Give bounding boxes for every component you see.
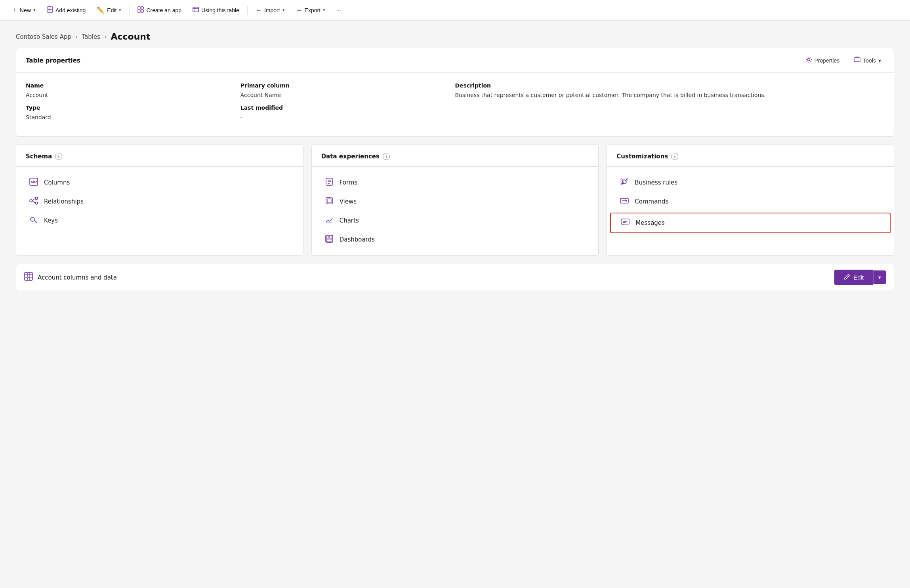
data-experiences-header: Data experiences i bbox=[312, 145, 599, 160]
breadcrumb-tables[interactable]: Tables bbox=[82, 33, 100, 40]
relationships-label: Relationships bbox=[44, 198, 84, 205]
data-item-views[interactable]: Views bbox=[315, 192, 595, 211]
breadcrumb-area: Contoso Sales App › Tables › Account bbox=[0, 21, 910, 48]
svg-point-22 bbox=[621, 179, 622, 180]
main-content: Table properties Properties bbox=[0, 48, 910, 307]
charts-label: Charts bbox=[340, 217, 359, 224]
toolbar: ＋ New ▾ Add existing ✏️ Edit ▾ Create an… bbox=[0, 0, 910, 21]
svg-rect-19 bbox=[330, 236, 332, 238]
customizations-header: Customizations i bbox=[607, 145, 894, 160]
table-data-title: Account columns and data bbox=[38, 274, 117, 281]
new-chevron: ▾ bbox=[33, 8, 36, 13]
bottom-bar-left: Account columns and data bbox=[24, 272, 117, 283]
table-data-icon bbox=[24, 272, 33, 283]
import-icon: ← bbox=[256, 7, 262, 14]
svg-rect-20 bbox=[326, 239, 332, 242]
breadcrumb-sep-2: › bbox=[104, 33, 107, 40]
type-value: Standard bbox=[26, 114, 240, 120]
svg-point-24 bbox=[621, 183, 622, 185]
prop-col-name-type: Name Account Type Standard bbox=[26, 82, 240, 127]
description-label: Description bbox=[455, 82, 885, 89]
import-button[interactable]: ← Import ▾ bbox=[251, 4, 290, 16]
properties-gear-icon bbox=[805, 56, 812, 65]
schema-title: Schema bbox=[26, 153, 52, 160]
more-label: ··· bbox=[336, 7, 341, 13]
schema-divider bbox=[16, 166, 303, 167]
svg-point-12 bbox=[35, 202, 38, 204]
schema-item-keys[interactable]: Keys bbox=[19, 211, 300, 230]
svg-rect-7 bbox=[854, 58, 860, 62]
export-label: Export bbox=[305, 7, 321, 13]
data-experiences-items: Forms Views bbox=[312, 170, 599, 255]
schema-item-relationships[interactable]: Relationships bbox=[19, 192, 300, 211]
create-app-button[interactable]: Create an app bbox=[133, 4, 186, 17]
bottom-bar: Account columns and data Edit ▾ bbox=[16, 264, 894, 291]
add-existing-button[interactable]: Add existing bbox=[42, 4, 90, 17]
primary-col-label: Primary column bbox=[240, 82, 455, 89]
custom-item-commands[interactable]: Commands bbox=[610, 192, 891, 211]
new-label: New bbox=[20, 7, 31, 13]
data-experiences-divider bbox=[312, 166, 599, 167]
breadcrumb-sep-1: › bbox=[75, 33, 78, 40]
data-experiences-info-icon: i bbox=[383, 153, 390, 160]
more-button[interactable]: ··· bbox=[332, 5, 346, 16]
customizations-title: Customizations bbox=[616, 153, 668, 160]
schema-card: Schema i Abc Columns bbox=[16, 145, 303, 256]
svg-rect-18 bbox=[326, 236, 329, 238]
business-rules-icon bbox=[620, 178, 629, 187]
edit-button-group: Edit ▾ bbox=[834, 270, 886, 285]
svg-rect-5 bbox=[193, 7, 198, 12]
tools-button[interactable]: Tools ▾ bbox=[851, 55, 884, 66]
svg-rect-1 bbox=[138, 7, 140, 9]
data-item-charts[interactable]: Charts bbox=[315, 211, 595, 230]
edit-data-button[interactable]: Edit bbox=[834, 270, 873, 285]
data-item-forms[interactable]: Forms bbox=[315, 173, 595, 192]
table-properties-title: Table properties bbox=[26, 57, 80, 64]
schema-item-columns[interactable]: Abc Columns bbox=[19, 173, 300, 192]
edit-data-label: Edit bbox=[853, 274, 864, 281]
add-existing-label: Add existing bbox=[55, 7, 86, 13]
edit-data-dropdown[interactable]: ▾ bbox=[873, 270, 886, 284]
commands-label: Commands bbox=[635, 198, 668, 205]
schema-items: Abc Columns Relationships bbox=[16, 170, 303, 236]
new-button[interactable]: ＋ New ▾ bbox=[6, 4, 40, 17]
customizations-items: Business rules Commands bbox=[607, 170, 894, 241]
relationships-icon bbox=[29, 197, 38, 206]
properties-grid: Name Account Type Standard Primary colum… bbox=[16, 73, 894, 136]
breadcrumb: Contoso Sales App › Tables › Account bbox=[16, 32, 894, 42]
svg-point-10 bbox=[30, 200, 32, 202]
breadcrumb-current: Account bbox=[111, 32, 150, 42]
custom-item-messages[interactable]: Messages bbox=[610, 213, 891, 233]
create-app-label: Create an app bbox=[146, 7, 181, 13]
table-properties-card: Table properties Properties bbox=[16, 48, 894, 137]
using-table-button[interactable]: Using this table bbox=[188, 4, 244, 17]
columns-label: Columns bbox=[44, 179, 70, 186]
svg-point-6 bbox=[807, 59, 810, 61]
data-experiences-card: Data experiences i Forms bbox=[311, 145, 599, 256]
properties-label: Properties bbox=[815, 57, 840, 64]
charts-icon bbox=[324, 216, 334, 225]
svg-point-13 bbox=[31, 217, 34, 221]
messages-label: Messages bbox=[635, 219, 665, 226]
type-label: Type bbox=[26, 105, 240, 111]
svg-point-23 bbox=[626, 179, 628, 180]
export-icon: → bbox=[296, 7, 302, 14]
edit-toolbar-button[interactable]: ✏️ Edit ▾ bbox=[92, 4, 126, 16]
prop-col-description: Description Business that represents a c… bbox=[455, 82, 885, 127]
properties-button[interactable]: Properties bbox=[802, 55, 843, 66]
svg-rect-16 bbox=[327, 199, 331, 203]
table-properties-header: Table properties Properties bbox=[16, 48, 894, 73]
toolbar-separator-1 bbox=[129, 6, 130, 15]
svg-text:Abc: Abc bbox=[31, 180, 37, 184]
import-chevron: ▾ bbox=[282, 8, 285, 13]
svg-rect-2 bbox=[141, 7, 143, 9]
export-button[interactable]: → Export ▾ bbox=[291, 4, 330, 16]
add-existing-icon bbox=[47, 6, 53, 14]
custom-item-business-rules[interactable]: Business rules bbox=[610, 173, 891, 192]
edit-pencil-icon bbox=[844, 274, 850, 281]
breadcrumb-app[interactable]: Contoso Sales App bbox=[16, 33, 71, 40]
name-value: Account bbox=[26, 92, 240, 98]
toolbar-separator-2 bbox=[247, 6, 248, 15]
schema-card-header: Schema i bbox=[16, 145, 303, 160]
data-item-dashboards[interactable]: Dashboards bbox=[315, 230, 595, 249]
